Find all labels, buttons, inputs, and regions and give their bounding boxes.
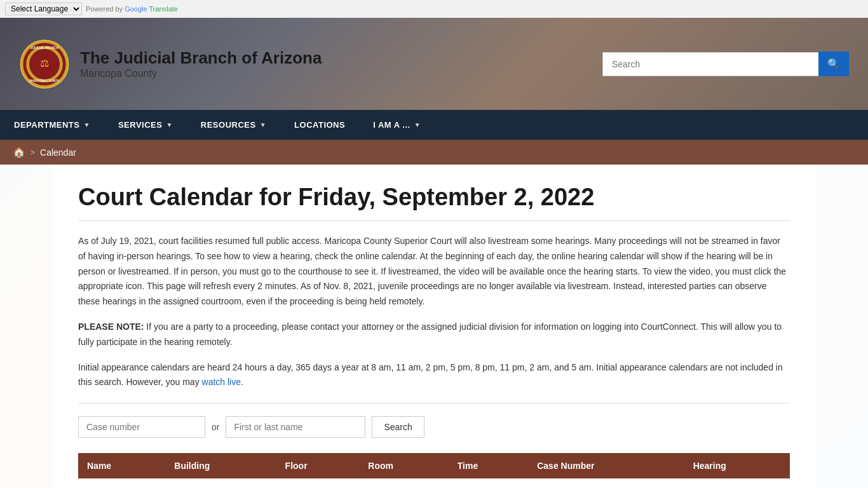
header-search-input[interactable] — [602, 52, 818, 76]
col-time: Time — [449, 453, 528, 478]
site-header: JUDICIAL BRANCH MARICOPA COUNTY ⚖ The Ju… — [0, 18, 868, 110]
logo-area: JUDICIAL BRANCH MARICOPA COUNTY ⚖ The Ju… — [19, 39, 322, 90]
please-note-body: If you are a party to a proceeding, plea… — [78, 322, 782, 347]
powered-by-text: Powered by Google Translate — [86, 5, 178, 13]
initial-appearance-paragraph: Initial appearance calendars are heard 2… — [78, 360, 790, 391]
resources-arrow-icon: ▼ — [260, 121, 266, 128]
nav-resources[interactable]: RESOURCES ▼ — [187, 110, 280, 140]
maricopa-seal: JUDICIAL BRANCH MARICOPA COUNTY ⚖ — [19, 39, 70, 90]
col-hearing: Hearing — [684, 453, 790, 478]
nav-locations[interactable]: LOCATIONS — [280, 110, 359, 140]
col-floor: Floor — [276, 453, 360, 478]
cell-name — [78, 478, 165, 488]
header-search-button[interactable]: 🔍 — [818, 51, 849, 76]
page-title: Court Calendar for Friday, September 2, … — [78, 184, 790, 221]
breadcrumb: 🏠 > Calendar — [0, 140, 868, 165]
svg-text:JUDICIAL BRANCH: JUDICIAL BRANCH — [31, 46, 59, 50]
col-name: Name — [78, 453, 165, 478]
initial-text: Initial appearance calendars are heard 2… — [78, 362, 783, 388]
table-body — [78, 478, 790, 488]
svg-text:⚖: ⚖ — [40, 58, 49, 69]
cell-floor — [276, 478, 360, 488]
departments-arrow-icon: ▼ — [83, 121, 90, 128]
header-search-area[interactable]: 🔍 — [602, 51, 849, 76]
cell-room — [359, 478, 448, 488]
case-search-button[interactable]: Search — [372, 416, 424, 438]
home-icon[interactable]: 🏠 — [13, 146, 25, 158]
col-building: Building — [165, 453, 276, 478]
case-number-input[interactable] — [78, 416, 205, 438]
initial-end: . — [241, 377, 243, 387]
translate-bar: Select Language Powered by Google Transl… — [0, 0, 868, 18]
table-row — [78, 478, 790, 488]
watch-live-link[interactable]: watch live — [202, 377, 241, 387]
breadcrumb-separator: > — [31, 148, 35, 157]
table-header-row: Name Building Floor Room Time Case Numbe… — [78, 453, 790, 478]
please-note-paragraph: PLEASE NOTE: If you are a party to a pro… — [78, 320, 790, 350]
main-content: Court Calendar for Friday, September 2, … — [0, 165, 868, 488]
services-arrow-icon: ▼ — [166, 121, 172, 128]
table-header: Name Building Floor Room Time Case Numbe… — [78, 453, 790, 478]
site-title: The Judicial Branch of Arizona Maricopa … — [80, 48, 322, 79]
main-navigation: DEPARTMENTS ▼ SERVICES ▼ RESOURCES ▼ LOC… — [0, 110, 868, 140]
cell-time — [449, 478, 528, 488]
svg-text:MARICOPA COUNTY: MARICOPA COUNTY — [29, 79, 60, 83]
please-note-bold: PLEASE NOTE: — [78, 322, 144, 332]
nav-departments[interactable]: DEPARTMENTS ▼ — [0, 110, 104, 140]
search-divider — [78, 403, 790, 403]
nav-i-am-a[interactable]: I AM A ... ▼ — [359, 110, 435, 140]
language-select[interactable]: Select Language — [5, 3, 82, 15]
name-input[interactable] — [226, 416, 365, 438]
or-label: or — [212, 422, 219, 432]
cell-case-number — [528, 478, 684, 488]
col-case-number: Case Number — [528, 453, 684, 478]
case-search-form: or Search — [78, 416, 790, 438]
nav-services[interactable]: SERVICES ▼ — [104, 110, 187, 140]
cell-hearing — [684, 478, 790, 488]
cell-building — [165, 478, 276, 488]
results-table: Name Building Floor Room Time Case Numbe… — [78, 453, 790, 488]
col-room: Room — [359, 453, 448, 478]
breadcrumb-current: Calendar — [40, 147, 76, 158]
i-am-a-arrow-icon: ▼ — [414, 121, 421, 128]
notice-paragraph: As of July 19, 2021, court facilities re… — [78, 234, 790, 309]
